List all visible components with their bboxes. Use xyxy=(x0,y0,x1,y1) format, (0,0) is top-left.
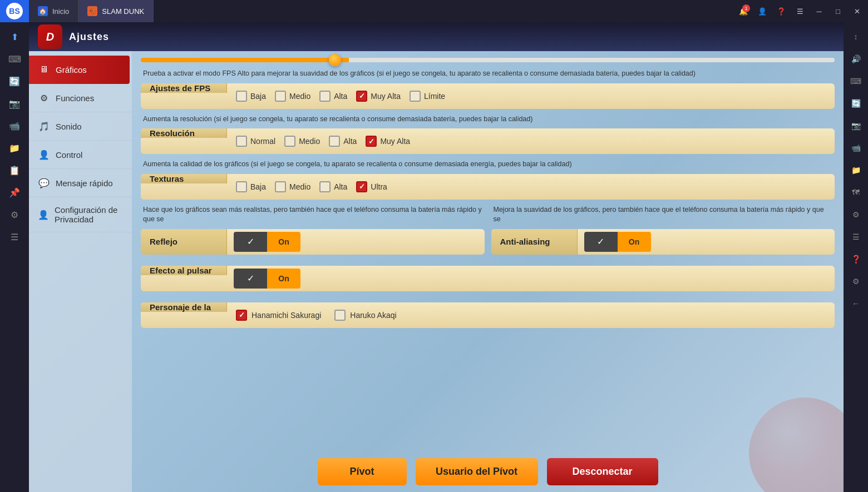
res-checkbox-normal[interactable] xyxy=(236,136,247,147)
personaje-checkbox-hanamichi[interactable] xyxy=(236,310,247,321)
settings-sidebar: 🖥 Gráficos ⚙ Funciones 🎵 Sonido 👤 Contro… xyxy=(29,51,132,492)
fps-setting-row: Ajustes de FPS Baja Medio xyxy=(141,83,835,109)
right-camera-icon[interactable]: 📷 xyxy=(846,116,866,136)
res-checkbox-alta[interactable] xyxy=(329,136,340,147)
usuario-pivot-button[interactable]: Usuario del Pívot xyxy=(416,458,538,485)
right-help-icon[interactable]: ❓ xyxy=(846,249,866,269)
tab-slamdunk-icon: 🏀 xyxy=(87,6,97,16)
personaje-haruko[interactable]: Haruko Akaqi xyxy=(334,310,396,321)
nav-control[interactable]: 👤 Control xyxy=(29,141,132,169)
res-option-normal[interactable]: Normal xyxy=(236,136,275,147)
right-gear-icon[interactable]: ⚙ xyxy=(846,271,866,291)
res-option-medio[interactable]: Medio xyxy=(284,136,320,147)
fps-option-baja[interactable]: Baja xyxy=(236,91,266,102)
right-more-icon[interactable]: ☰ xyxy=(846,227,866,247)
efecto-toggle-check: ✓ xyxy=(234,269,267,289)
fps-label-alta: Alta xyxy=(334,92,347,101)
game-logo: D xyxy=(38,24,62,49)
notification-button[interactable]: 🔔 1 xyxy=(734,2,752,20)
sidebar-copy-icon[interactable]: 📋 xyxy=(4,160,24,180)
main-layout: ⬆ ⌨ 🔄 📷 📹 📁 📋 📌 ⚙ ☰ D Ajustes 🖥 Gráficos xyxy=(0,22,868,492)
desconectar-button[interactable]: Desconectar xyxy=(547,458,658,485)
nav-funciones[interactable]: ⚙ Funciones xyxy=(29,84,132,112)
efecto-toggle-on: On xyxy=(267,269,300,289)
nav-graficos[interactable]: 🖥 Gráficos xyxy=(29,56,130,84)
menu-button[interactable]: ☰ xyxy=(791,2,809,20)
profile-button[interactable]: 👤 xyxy=(753,2,771,20)
fps-checkbox-muy-alta[interactable] xyxy=(356,91,367,102)
nav-sonido[interactable]: 🎵 Sonido xyxy=(29,112,132,141)
sidebar-more-icon[interactable]: ☰ xyxy=(4,227,24,247)
res-checkbox-muy-alta[interactable] xyxy=(366,136,377,147)
maximize-button[interactable]: □ xyxy=(829,2,847,20)
fps-option-medio[interactable]: Medio xyxy=(275,91,310,102)
tex-option-ultra[interactable]: Ultra xyxy=(356,181,387,192)
tex-checkbox-baja[interactable] xyxy=(236,181,247,192)
tex-option-medio[interactable]: Medio xyxy=(275,181,310,192)
reflejo-toggle[interactable]: ✓ On xyxy=(234,232,300,252)
nav-sonido-label: Sonido xyxy=(56,122,82,131)
tab-slamdunk[interactable]: 🏀 SLAM DUNK xyxy=(78,0,154,22)
fps-options: Baja Medio Alta xyxy=(227,86,454,106)
reflejo-row: Reflejo ✓ On xyxy=(141,229,485,255)
personaje-label-haruko: Haruko Akaqi xyxy=(350,311,396,320)
tab-slamdunk-label: SLAM DUNK xyxy=(102,7,144,16)
reflejo-toggle-area: ✓ On xyxy=(227,232,307,252)
efecto-row: Efecto al pulsar ✓ On xyxy=(141,266,835,291)
personaje-hanamichi[interactable]: Hanamichi Sakuragi xyxy=(236,310,321,321)
tex-option-baja[interactable]: Baja xyxy=(236,181,266,192)
sidebar-home-icon[interactable]: ⬆ xyxy=(4,27,24,47)
antialiasing-toggle-on: On xyxy=(618,232,651,252)
right-map-icon[interactable]: 🗺 xyxy=(846,182,866,202)
fps-slider-track[interactable] xyxy=(141,58,835,62)
right-rotate-icon[interactable]: 🔄 xyxy=(846,93,866,113)
fps-option-limite[interactable]: Límite xyxy=(410,91,445,102)
sidebar-camera-icon[interactable]: 📷 xyxy=(4,93,24,113)
fps-checkbox-baja[interactable] xyxy=(236,91,247,102)
fps-checkbox-alta[interactable] xyxy=(319,91,331,102)
pivot-button[interactable]: Pívot xyxy=(318,458,407,485)
tex-checkbox-medio[interactable] xyxy=(275,181,286,192)
res-setting-row: Resolución Normal Medio xyxy=(141,128,835,154)
right-fullscreen-icon[interactable]: ↕ xyxy=(846,27,866,47)
fps-checkbox-medio[interactable] xyxy=(275,91,286,102)
sidebar-keyboard-icon[interactable]: ⌨ xyxy=(4,49,24,69)
fps-option-muy-alta[interactable]: Muy Alta xyxy=(356,91,401,102)
personaje-row: Personaje de la Hanamichi Sakuragi Haruk… xyxy=(141,302,835,328)
game-area: D Ajustes 🖥 Gráficos ⚙ Funciones 🎵 Sonid… xyxy=(29,22,844,492)
res-option-alta[interactable]: Alta xyxy=(329,136,357,147)
right-settings-icon[interactable]: ⚙ xyxy=(846,205,866,225)
antialiasing-toggle[interactable]: ✓ On xyxy=(584,232,651,252)
sidebar-map-icon[interactable]: 📌 xyxy=(4,182,24,202)
sidebar-rotate-icon[interactable]: 🔄 xyxy=(4,71,24,91)
fps-option-alta[interactable]: Alta xyxy=(319,91,347,102)
nav-sonido-icon: 🎵 xyxy=(38,120,50,132)
sidebar-settings-icon[interactable]: ⚙ xyxy=(4,205,24,225)
close-button[interactable]: ✕ xyxy=(848,2,866,20)
tex-checkbox-ultra[interactable] xyxy=(356,181,367,192)
right-keyboard-icon[interactable]: ⌨ xyxy=(846,71,866,91)
res-checkbox-medio[interactable] xyxy=(284,136,295,147)
sidebar-folder-icon[interactable]: 📁 xyxy=(4,138,24,158)
help-button[interactable]: ❓ xyxy=(772,2,790,20)
minimize-button[interactable]: ─ xyxy=(810,2,828,20)
personaje-checkbox-haruko[interactable] xyxy=(334,310,346,321)
res-option-muy-alta[interactable]: Muy Alta xyxy=(366,136,410,147)
tex-label: Texturas xyxy=(141,174,227,183)
right-volume-icon[interactable]: 🔊 xyxy=(846,49,866,69)
sidebar-video-icon[interactable]: 📹 xyxy=(4,116,24,136)
nav-mensaje-rapido[interactable]: 💬 Mensaje rápido xyxy=(29,169,132,197)
personaje-label-hanamichi: Hanamichi Sakuragi xyxy=(251,311,321,320)
tex-option-alta[interactable]: Alta xyxy=(319,181,347,192)
fps-slider-thumb[interactable] xyxy=(329,54,341,66)
right-folder-icon[interactable]: 📁 xyxy=(846,160,866,180)
reflejo-desc-right: Mejora la suavidad de los gráficos, pero… xyxy=(491,205,835,225)
nav-privacidad[interactable]: 👤 Configuración de Privacidad xyxy=(29,197,132,232)
fps-checkbox-limite[interactable] xyxy=(410,91,421,102)
right-video-icon[interactable]: 📹 xyxy=(846,138,866,158)
efecto-toggle[interactable]: ✓ On xyxy=(234,269,300,289)
right-back-icon[interactable]: ← xyxy=(846,294,866,314)
fps-label-limite: Límite xyxy=(424,92,445,101)
tex-checkbox-alta[interactable] xyxy=(319,181,331,192)
tab-inicio[interactable]: 🏠 Inicio xyxy=(29,0,78,22)
